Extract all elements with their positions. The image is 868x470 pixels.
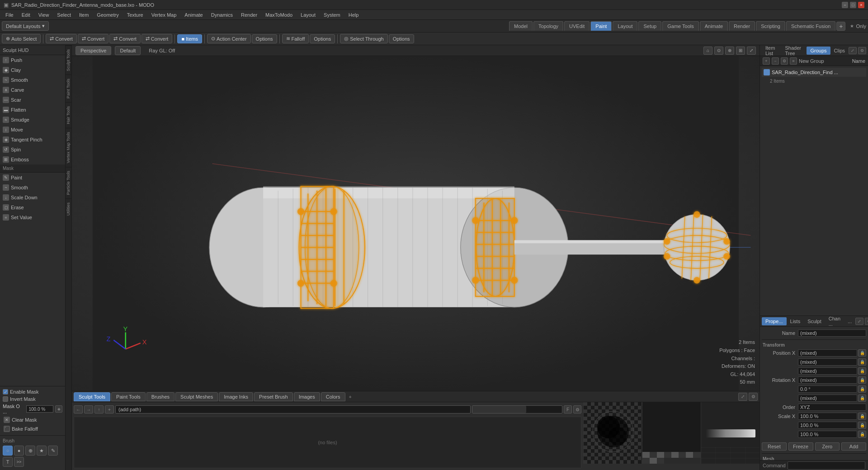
tab-schematic-fusion[interactable]: Schematic Fusion — [786, 21, 835, 31]
default-layout-button[interactable]: Default Layouts ▾ — [2, 21, 49, 31]
file-browser-area[interactable]: (no files) — [74, 417, 581, 468]
menu-layout[interactable]: Layout — [297, 11, 319, 19]
side-tab-paint-tools[interactable]: Paint Tools — [66, 75, 71, 102]
zero-button[interactable]: Zero — [815, 442, 840, 451]
fb-add-button[interactable]: + — [105, 405, 114, 414]
tool-scar[interactable]: — Scar — [0, 95, 65, 105]
tab-paint[interactable]: Paint — [590, 21, 612, 31]
fb-filter-button[interactable]: F — [564, 405, 572, 414]
bottom-tab-image-inks[interactable]: Image Inks — [219, 392, 253, 401]
options-button-3[interactable]: Options — [389, 34, 414, 43]
brush-dot-icon[interactable]: ● — [14, 446, 24, 456]
bottom-panel-resize-button[interactable]: ⤢ — [738, 393, 747, 401]
tool-push[interactable]: ↑ Push — [0, 55, 65, 65]
menu-file[interactable]: File — [2, 11, 17, 19]
group-add-button[interactable]: + — [763, 57, 770, 65]
menu-select[interactable]: Select — [53, 11, 75, 19]
tool-flatten[interactable]: ▬ Flatten — [0, 105, 65, 115]
props-settings-button[interactable]: ⚙ — [865, 318, 868, 325]
menu-animate[interactable]: Animate — [181, 11, 206, 19]
brush-circle-icon[interactable]: ○ — [3, 446, 13, 456]
brush-more-button[interactable]: >> — [14, 457, 24, 467]
right-tab-groups[interactable]: Groups — [807, 47, 830, 55]
right-tab-shader-tree[interactable]: Shader Tree — [781, 44, 807, 57]
items-button[interactable]: ■ Items — [177, 34, 202, 43]
tool-scale-down[interactable]: ↓ Scale Down — [0, 193, 65, 202]
brush-star-icon[interactable]: ★ — [37, 446, 47, 456]
viewport-maximize-button[interactable]: ⤢ — [747, 47, 756, 55]
reset-button[interactable]: Reset — [762, 442, 787, 451]
fb-path-input[interactable] — [115, 405, 471, 414]
menu-edit[interactable]: Edit — [18, 11, 34, 19]
side-tab-vertex-map[interactable]: Vertex Map Tools — [66, 128, 71, 167]
maximize-button[interactable]: □ — [850, 2, 856, 8]
right-tab-clips[interactable]: Clips — [830, 47, 849, 55]
brush-pen-icon[interactable]: ✎ — [48, 446, 58, 456]
scale-z-value[interactable]: 100.0 % — [798, 431, 857, 438]
tab-animate[interactable]: Animate — [700, 21, 728, 31]
props-tab-sculpt[interactable]: Sculpt — [804, 317, 825, 325]
convert-button-3[interactable]: ⇄ Convert — [109, 34, 141, 43]
viewport-tab-perspective[interactable]: Perspective — [75, 46, 111, 55]
bottom-tab-sculpt-tools[interactable]: Sculpt Tools — [74, 392, 110, 401]
fb-back-button[interactable]: ← — [74, 405, 83, 414]
props-tab-properties[interactable]: Prope... — [762, 317, 787, 325]
bottom-tab-images[interactable]: Images — [294, 392, 320, 401]
viewport-grid-button[interactable]: ⊞ — [736, 47, 745, 55]
bottom-tab-brushes[interactable]: Brushes — [146, 392, 175, 401]
rotation-y-value[interactable]: 0.0 ° — [798, 385, 857, 393]
menu-geometry[interactable]: Geometry — [93, 11, 122, 19]
bottom-tab-colors[interactable]: Colors — [321, 392, 345, 401]
tool-mask-paint[interactable]: ✎ Paint — [0, 173, 65, 183]
add-tab-button[interactable]: + — [346, 393, 354, 401]
tool-move[interactable]: ↕ Move — [0, 125, 65, 135]
rotation-z-value[interactable]: (mixed) — [798, 395, 857, 402]
group-delete-button[interactable]: − — [772, 57, 779, 65]
tool-smudge[interactable]: ≈ Smudge — [0, 115, 65, 125]
tool-spin[interactable]: ↺ Spin — [0, 145, 65, 155]
menu-dynamics[interactable]: Dynamics — [208, 11, 236, 19]
side-tab-utilities[interactable]: Utilities — [66, 198, 71, 219]
menu-item[interactable]: Item — [75, 11, 92, 19]
tool-emboss[interactable]: ⊞ Emboss — [0, 155, 65, 164]
tab-topology[interactable]: Topology — [533, 21, 563, 31]
rotation-x-lock[interactable]: 🔒 — [858, 376, 866, 384]
menu-view[interactable]: View — [35, 11, 53, 19]
tab-scripting[interactable]: Scripting — [756, 21, 785, 31]
tool-mask-smooth[interactable]: ~ Smooth — [0, 183, 65, 193]
bottom-tab-sculpt-meshes[interactable]: Sculpt Meshes — [175, 392, 218, 401]
tab-game-tools[interactable]: Game Tools — [662, 21, 699, 31]
group-settings-button[interactable]: ≡ — [790, 57, 797, 65]
convert-button-2[interactable]: ⇄ Convert — [78, 34, 109, 43]
add-layout-button[interactable]: + — [836, 22, 845, 31]
fb-up-button[interactable]: ↑ — [94, 405, 104, 414]
convert-button-4[interactable]: ⇄ Convert — [142, 34, 173, 43]
group-item-sar[interactable]: SAR_Radio_Direction_Find ... — [762, 68, 866, 77]
props-tab-more[interactable]: ... — [844, 317, 855, 325]
viewport-tab-default[interactable]: Default — [115, 46, 141, 55]
right-panel-maximize-button[interactable]: ⤢ — [849, 47, 857, 54]
convert-button-1[interactable]: ⇄ Convert — [46, 34, 77, 43]
scale-x-value[interactable]: 100.0 % — [798, 413, 857, 420]
action-center-button[interactable]: ⊙ Action Center — [207, 34, 251, 43]
props-tab-channels[interactable]: Chan ... — [825, 315, 844, 328]
viewport-canvas[interactable]: X Y Z 2 Items Polygons : Face Channels :… — [72, 56, 760, 391]
tool-erase[interactable]: ◻ Erase — [0, 202, 65, 212]
side-tab-particle-tools[interactable]: Particle Tools — [66, 167, 71, 198]
enable-mask-item[interactable]: ✓ Enable Mask — [2, 388, 63, 395]
tab-render[interactable]: Render — [729, 21, 755, 31]
bottom-tab-preset-brush[interactable]: Preset Brush — [254, 392, 293, 401]
viewport-zoom-button[interactable]: ⊕ — [725, 47, 734, 55]
close-button[interactable]: × — [858, 2, 864, 8]
select-through-button[interactable]: ◎ Select Through — [340, 34, 387, 43]
tab-uvedit[interactable]: UVEdit — [564, 21, 590, 31]
brush-text-icon[interactable]: T — [3, 457, 13, 467]
add-button[interactable]: Add — [841, 442, 866, 451]
scale-y-lock[interactable]: 🔒 — [858, 422, 866, 429]
right-panel-settings-button[interactable]: ⚙ — [858, 47, 866, 54]
tool-set-value[interactable]: = Set Value — [0, 212, 65, 222]
bake-falloff-button[interactable]: ⬛ Bake Falloff — [2, 424, 63, 433]
freeze-button[interactable]: Freeze — [788, 442, 813, 451]
menu-texture[interactable]: Texture — [123, 11, 147, 19]
order-value[interactable]: XYZ — [798, 404, 866, 411]
